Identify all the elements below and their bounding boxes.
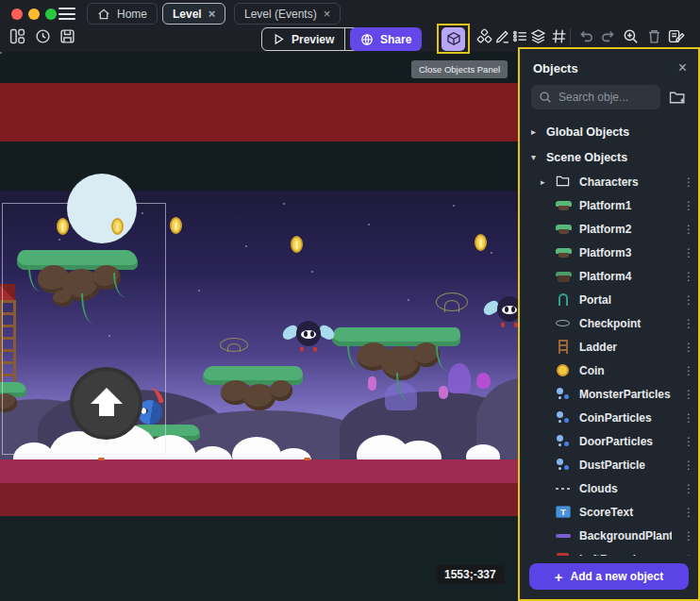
toggle-objects-panel-button[interactable]: [442, 27, 465, 51]
open-editors-panel-button[interactable]: [9, 28, 26, 45]
search-icon: [539, 91, 552, 104]
row-menu-icon[interactable]: ⋮: [679, 506, 698, 519]
tab-level-events[interactable]: Level (Events) ×: [234, 3, 341, 25]
section-scene-objects[interactable]: ▾Scene Objects: [520, 144, 698, 170]
object-row-checkpoint[interactable]: Checkpoint⋮: [520, 311, 698, 335]
row-menu-icon[interactable]: ⋮: [679, 223, 698, 236]
tab-level[interactable]: Level ×: [162, 3, 225, 25]
scene-variables-button[interactable]: [668, 28, 685, 45]
object-row-monsterparticles[interactable]: MonsterParticles⋮: [520, 382, 698, 406]
object-row-leftboundary[interactable]: LeftBoundary⋮: [520, 547, 698, 556]
row-menu-icon[interactable]: ⋮: [679, 199, 698, 212]
row-menu-icon[interactable]: ⋮: [679, 293, 698, 307]
coin-object[interactable]: [475, 234, 487, 251]
object-row-platform4[interactable]: Platform4⋮: [520, 264, 698, 288]
caret-right-icon[interactable]: ▸: [541, 177, 548, 187]
object-row-dustparticle[interactable]: DustParticle⋮: [520, 453, 698, 476]
section-global-objects[interactable]: ▸Global Objects: [520, 119, 698, 144]
share-button[interactable]: Share: [350, 27, 422, 51]
instances-list-button[interactable]: [512, 28, 529, 45]
main-menu-icon[interactable]: [58, 8, 75, 20]
row-menu-icon[interactable]: ⋮: [679, 459, 698, 472]
caret-down-icon[interactable]: ▾: [531, 152, 540, 162]
object-row-platform1[interactable]: Platform1⋮: [520, 193, 698, 217]
object-row-platform3[interactable]: Platform3⋮: [520, 241, 698, 264]
scene-editor-canvas[interactable]: Close Objects Panel 1553;-337: [0, 52, 525, 601]
zoom-in-button[interactable]: [623, 28, 640, 45]
particles-icon: [556, 387, 572, 402]
checkpoint-outline-object[interactable]: [220, 338, 248, 352]
row-menu-icon[interactable]: ⋮: [679, 246, 698, 259]
add-folder-icon[interactable]: [669, 89, 687, 106]
object-row-doorparticles[interactable]: DoorParticles⋮: [520, 429, 698, 453]
object-label: Ladder: [579, 341, 672, 354]
object-label: Platform4: [579, 270, 672, 283]
dashes-icon: [556, 481, 572, 496]
object-row-coinparticles[interactable]: CoinParticles⋮: [520, 406, 698, 429]
history-button[interactable]: [35, 28, 52, 45]
folder-row-characters[interactable]: ▸Characters⋮: [520, 170, 698, 193]
object-label: Platform3: [579, 246, 672, 259]
row-menu-icon[interactable]: ⋮: [679, 435, 698, 448]
row-menu-icon[interactable]: ⋮: [679, 175, 698, 189]
platform-dark-icon: [556, 269, 572, 284]
delete-button[interactable]: [646, 28, 663, 45]
row-menu-icon[interactable]: ⋮: [679, 270, 698, 283]
redo-button[interactable]: [600, 28, 617, 45]
add-new-object-button[interactable]: + Add a new object: [529, 563, 689, 590]
object-row-coin[interactable]: Coin⋮: [520, 359, 698, 382]
save-button[interactable]: [59, 28, 76, 45]
row-menu-icon[interactable]: ⋮: [679, 388, 698, 401]
checkpoint-outline-object[interactable]: [436, 292, 468, 311]
object-label: Portal: [579, 293, 672, 307]
redo-icon: [600, 28, 616, 44]
folder-icon: [556, 175, 572, 190]
object-row-ladder[interactable]: Ladder⋮: [520, 335, 698, 359]
object-label: Platform1: [579, 199, 672, 212]
object-row-scoretext[interactable]: TScoreText⋮: [520, 500, 698, 524]
row-menu-icon[interactable]: ⋮: [679, 317, 698, 330]
home-icon: [97, 8, 110, 21]
row-menu-icon[interactable]: ⋮: [679, 364, 698, 377]
row-menu-icon[interactable]: ⋮: [679, 482, 698, 495]
globe-icon: [360, 33, 374, 46]
plus-icon: +: [555, 570, 563, 584]
caret-right-icon[interactable]: ▸: [531, 126, 540, 137]
object-groups-button[interactable]: [476, 28, 493, 45]
tab-home[interactable]: Home: [87, 3, 158, 25]
layers-button[interactable]: [530, 28, 547, 45]
tab-close-icon[interactable]: ×: [324, 8, 331, 20]
object-row-clouds[interactable]: Clouds⋮: [520, 476, 698, 500]
monster-object[interactable]: [282, 319, 335, 359]
traffic-close-button[interactable]: [11, 8, 23, 20]
objects-panel-highlight: [437, 24, 470, 54]
play-icon: [273, 33, 285, 45]
grid-button[interactable]: [551, 28, 568, 45]
editor-background-bottom: [0, 516, 525, 601]
stars: [0, 52, 2, 54]
row-menu-icon[interactable]: ⋮: [679, 341, 698, 354]
objects-panel-header: Objects ×: [520, 49, 698, 83]
object-row-platform2[interactable]: Platform2⋮: [520, 217, 698, 241]
row-menu-icon[interactable]: ⋮: [679, 553, 698, 557]
traffic-zoom-button[interactable]: [45, 8, 57, 20]
search-input[interactable]: Search obje...: [531, 85, 660, 109]
row-menu-icon[interactable]: ⋮: [679, 529, 698, 543]
undo-icon: [578, 28, 594, 44]
tab-close-icon[interactable]: ×: [208, 8, 216, 20]
trash-icon: [646, 28, 662, 44]
undo-button[interactable]: [578, 28, 595, 45]
dust-particle: [98, 458, 105, 460]
jump-touch-control-object[interactable]: [70, 367, 142, 440]
object-row-backgroundplants[interactable]: BackgroundPlants⋮: [520, 524, 698, 547]
row-menu-icon[interactable]: ⋮: [679, 411, 698, 425]
object-label: ScoreText: [579, 506, 672, 519]
search-placeholder: Search obje...: [558, 91, 628, 104]
coin-object[interactable]: [291, 236, 303, 253]
edit-object-button[interactable]: [494, 28, 511, 45]
traffic-minimize-button[interactable]: [28, 8, 40, 20]
close-icon[interactable]: ×: [678, 60, 687, 75]
object-row-portal[interactable]: Portal⋮: [520, 288, 698, 311]
object-label: CoinParticles: [579, 411, 672, 425]
coin-object[interactable]: [170, 217, 182, 234]
